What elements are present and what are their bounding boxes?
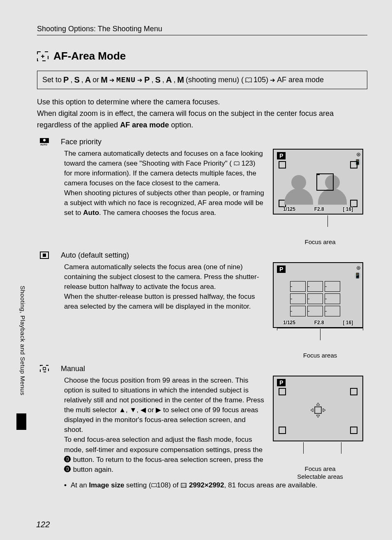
bullet-text: At an Image size setting (108) of 1:1 29… xyxy=(71,480,317,491)
mode-description: Choose the focus position from 99 areas … xyxy=(37,376,265,475)
nav-or: or xyxy=(92,76,99,84)
mode-title: Manual xyxy=(61,365,85,373)
nav-shooting: (shooting menu) ( xyxy=(186,76,244,84)
nav-mode: A xyxy=(166,75,172,85)
osd-shutter: 1/125 xyxy=(283,206,295,212)
auto-diagram: P ⊛📳 1/125 F2.8 [ 16] xyxy=(273,262,363,328)
mode-heading: AUTO Face priority xyxy=(37,138,367,146)
nav-mode: S xyxy=(155,75,160,85)
intro-line1: Use this option to determine where the c… xyxy=(37,97,367,108)
nav-mode: P xyxy=(144,75,150,85)
mode-heading: Auto (default setting) xyxy=(37,251,367,260)
nav-end: AF area mode xyxy=(277,76,324,84)
manual-diagram: P xyxy=(273,376,363,441)
text-part: . The camera chooses the focus area. xyxy=(99,209,216,217)
arrow-icon: ➔ xyxy=(109,76,115,84)
osd-icons: ⊛📳 xyxy=(354,265,361,279)
nav-mode: P xyxy=(63,75,69,85)
svg-point-4 xyxy=(43,139,46,141)
mode-title: Auto (default setting) xyxy=(61,251,129,260)
bullet-icon: • xyxy=(64,480,67,491)
nav-mode: S xyxy=(74,75,79,85)
text-bold: Auto xyxy=(83,209,99,217)
book-icon xyxy=(234,161,240,166)
menu-path-box: Set to P, S, A or M ➔ MENU ➔ P, S, A, M … xyxy=(37,71,367,89)
intro-text: Use this option to determine where the c… xyxy=(37,97,367,131)
text-part: , 81 focus areas are available. xyxy=(224,481,318,489)
text-part: Camera automatically selects the focus a… xyxy=(64,263,259,291)
text-part: When the shutter-release button is press… xyxy=(64,293,255,310)
svg-rect-10 xyxy=(315,407,321,413)
arrow-icon: ➔ xyxy=(270,76,275,84)
text-bold: 2992×2992 xyxy=(189,481,224,489)
mode-title: Face priority xyxy=(61,138,101,146)
aspect-icon: 1:1 xyxy=(180,482,187,488)
svg-text:AUTO: AUTO xyxy=(40,143,47,146)
svg-marker-12 xyxy=(316,415,320,418)
nav-mode: A xyxy=(85,75,91,85)
text-part: setting ( xyxy=(124,481,151,489)
face-priority-icon: AUTO xyxy=(39,138,49,146)
nav-mode: M xyxy=(101,75,108,85)
auto-area-icon xyxy=(40,252,49,259)
diagram-caption: Focus areas xyxy=(273,340,367,359)
svg-rect-7 xyxy=(43,254,46,257)
svg-marker-11 xyxy=(316,403,320,405)
face-priority-diagram: P ⊛📳 1/125 F2.8 [ 16] xyxy=(273,149,363,215)
osd-aperture: F2.8 xyxy=(314,320,324,325)
nine-area-grid xyxy=(290,281,340,316)
text-part: To end focus-area selection and adjust t… xyxy=(64,436,263,473)
osd-shutter: 1/125 xyxy=(283,320,295,325)
osd-readout: 1/125 F2.8 [ 16] xyxy=(274,320,362,325)
intro-text-part: option. xyxy=(169,121,193,129)
menu-label: MENU xyxy=(116,76,136,84)
selector-indicator xyxy=(309,401,327,419)
intro-text-bold: AF area mode xyxy=(120,121,169,129)
mode-description: The camera automatically detects and foc… xyxy=(37,149,265,218)
af-area-icon xyxy=(37,51,48,61)
nav-prefix: Set to xyxy=(42,76,62,84)
mode-auto: Auto (default setting) Camera automatica… xyxy=(37,251,367,359)
svg-marker-14 xyxy=(323,408,325,412)
svg-rect-9 xyxy=(43,367,46,370)
text-part: At an xyxy=(71,481,89,489)
mode-indicator-p: P xyxy=(277,379,286,386)
page-number: 122 xyxy=(36,520,50,529)
osd-readout: 1/125 F2.8 [ 16] xyxy=(274,206,362,212)
mode-face-priority: AUTO Face priority The camera automatica… xyxy=(37,138,367,245)
running-header: Shooting Options: The Shooting Menu xyxy=(37,25,367,35)
mode-manual: Manual Choose the focus position from 99… xyxy=(37,365,367,491)
diagram-caption: Focus area Selectable areas xyxy=(273,454,367,480)
text-part: Choose the focus position from 99 areas … xyxy=(64,376,264,434)
manual-area-icon xyxy=(40,365,49,372)
page-title: AF-Area Mode xyxy=(53,50,126,62)
mode-heading: Manual xyxy=(37,365,367,373)
svg-rect-8 xyxy=(40,365,48,372)
manual-note-bullet: • At an Image size setting (108) of 1:1 … xyxy=(37,480,367,491)
text-part: The camera automatically detects and foc… xyxy=(64,150,263,167)
mode-indicator-p: P xyxy=(277,152,286,159)
caption-text: Focus area xyxy=(304,238,335,245)
caption-text: Selectable areas xyxy=(297,473,343,480)
mode-description: Camera automatically selects the focus a… xyxy=(37,262,265,312)
osd-count: [ 16] xyxy=(343,206,353,212)
osd-aperture: F2.8 xyxy=(314,206,324,212)
intro-line2: When digital zoom is in effect, the came… xyxy=(37,108,367,131)
svg-marker-13 xyxy=(311,408,313,412)
mode-indicator-p: P xyxy=(277,265,286,273)
text-bold: Image size xyxy=(89,481,124,489)
nav-mode: M xyxy=(177,75,184,85)
page-title-row: AF-Area Mode xyxy=(37,50,367,62)
focus-box xyxy=(316,173,334,191)
book-icon xyxy=(245,77,252,83)
arrow-icon: ➔ xyxy=(137,76,143,84)
osd-count: [ 16] xyxy=(343,320,353,325)
text-part: 108) of xyxy=(157,481,181,489)
nav-ref: 105) xyxy=(254,76,268,84)
caption-text: Focus areas xyxy=(303,352,337,359)
book-icon xyxy=(151,483,157,488)
svg-text:1:1: 1:1 xyxy=(182,484,186,487)
caption-text: Focus area xyxy=(304,465,335,472)
section-tab-label: Shooting, Playback and Setup Menus xyxy=(19,286,26,395)
section-tab-marker xyxy=(16,413,26,430)
